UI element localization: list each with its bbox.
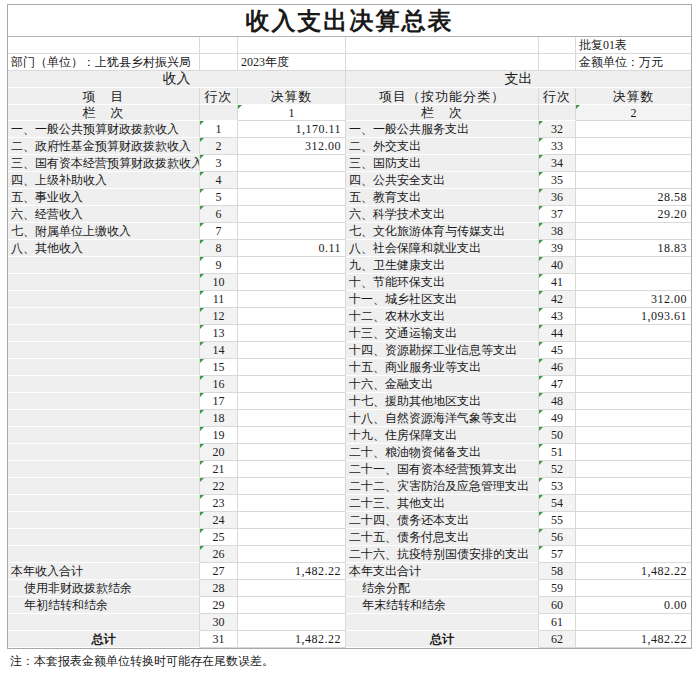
income-item-cell [8,478,200,495]
expenditure-item-cell: 十一、城乡社区支出 [346,291,539,308]
income-amount-cell [238,274,346,291]
income-item-column-header: 项 目 [8,88,200,105]
expenditure-column-index-label: 栏 次 [346,105,539,121]
income-amount-cell [238,495,346,512]
expenditure-rowno-cell: 55 [539,512,576,529]
expenditure-item-cell: 六、科学技术支出 [346,206,539,223]
income-amount-cell [238,529,346,546]
expenditure-rowno-cell: 42 [539,291,576,308]
empty-cell [200,37,238,54]
empty-cell [200,54,238,71]
expenditure-rowno-cell: 32 [539,121,576,138]
income-rowno-cell: 10 [200,274,238,291]
income-item-cell [8,308,200,325]
income-amount-cell [238,325,346,342]
income-rowno-cell: 6 [200,206,238,223]
income-rowno-cell: 31 [200,631,238,648]
income-rowno-cell: 30 [200,614,238,631]
expenditure-amount-cell [576,223,691,240]
expenditure-amount-cell [576,512,691,529]
expenditure-amount-cell: 29.20 [576,206,691,223]
income-amount-cell: 1,482.22 [238,631,346,648]
expenditure-rowno-cell: 50 [539,427,576,444]
income-rowno-cell: 4 [200,172,238,189]
empty-cell [200,105,238,121]
income-item-cell [8,274,200,291]
expenditure-rowno-cell: 61 [539,614,576,631]
income-item-cell [8,393,200,410]
expenditure-item-cell: 十六、金融支出 [346,376,539,393]
expenditure-amount-cell: 312.00 [576,291,691,308]
income-column-index: 1 [238,105,346,121]
approval-sheet-label: 批复01表 [576,37,691,54]
income-item-cell [8,529,200,546]
empty-cell [539,37,576,54]
expenditure-item-cell: 年末结转和结余 [346,597,539,614]
expenditure-rowno-cell: 35 [539,172,576,189]
income-rowno-cell: 11 [200,291,238,308]
expenditure-item-cell: 总计 [346,631,539,648]
expenditure-rowno-cell: 41 [539,274,576,291]
income-rowno-cell: 26 [200,546,238,563]
expenditure-rowno-cell: 36 [539,189,576,206]
expenditure-amount-cell [576,274,691,291]
expenditure-amount-column-header: 决算数 [576,88,691,105]
income-item-cell: 一、一般公共预算财政拨款收入 [8,121,200,138]
expenditure-amount-cell [576,580,691,597]
expenditure-amount-cell [576,478,691,495]
expenditure-item-cell: 十、节能环保支出 [346,274,539,291]
expenditure-rowno-cell: 59 [539,580,576,597]
income-item-cell [8,291,200,308]
income-amount-cell [238,546,346,563]
income-rowno-cell: 2 [200,138,238,155]
expenditure-rowno-cell: 43 [539,308,576,325]
empty-cell [8,37,200,54]
expenditure-rowno-cell: 51 [539,444,576,461]
income-section-header: 收入 [8,71,346,88]
expenditure-item-cell: 十二、农林水支出 [346,308,539,325]
expenditure-rowno-cell: 52 [539,461,576,478]
income-rowno-cell: 18 [200,410,238,427]
income-rowno-cell: 12 [200,308,238,325]
fiscal-year-label: 2023年度 [238,54,346,71]
empty-cell [346,37,539,54]
expenditure-item-cell: 二十二、灾害防治及应急管理支出 [346,478,539,495]
expenditure-amount-cell [576,614,691,631]
income-rowno-cell: 7 [200,223,238,240]
expenditure-rowno-cell: 49 [539,410,576,427]
income-amount-cell [238,189,346,206]
expenditure-item-cell: 一、一般公共服务支出 [346,121,539,138]
income-rowno-cell: 3 [200,155,238,172]
expenditure-item-column-header: 项目（按功能分类） [346,88,539,105]
income-rowno-cell: 5 [200,189,238,206]
income-amount-cell [238,308,346,325]
expenditure-amount-cell: 28.58 [576,189,691,206]
empty-cell [238,37,346,54]
income-amount-column-header: 决算数 [238,88,346,105]
expenditure-amount-cell [576,155,691,172]
income-amount-cell [238,376,346,393]
expenditure-item-cell: 三、国防支出 [346,155,539,172]
expenditure-section-header: 支出 [346,71,691,88]
income-rowno-cell: 21 [200,461,238,478]
expenditure-rowno-cell: 46 [539,359,576,376]
expenditure-rowno-cell: 48 [539,393,576,410]
expenditure-rowno-cell: 54 [539,495,576,512]
income-item-cell: 四、上级补助收入 [8,172,200,189]
income-amount-cell [238,444,346,461]
income-item-cell [8,512,200,529]
income-amount-cell [238,359,346,376]
income-item-cell [8,257,200,274]
expenditure-rowno-cell: 34 [539,155,576,172]
income-item-cell [8,427,200,444]
income-rowno-cell: 17 [200,393,238,410]
income-amount-cell [238,291,346,308]
income-rowno-cell: 15 [200,359,238,376]
final-accounts-table: 收入支出决算总表 批复01表 部门（单位）：上犹县乡村振兴局 2023年度 金额… [7,4,692,649]
income-item-cell: 二、政府性基金预算财政拨款收入 [8,138,200,155]
income-amount-cell: 1,170.11 [238,121,346,138]
department-label: 部门（单位）：上犹县乡村振兴局 [8,54,200,71]
expenditure-item-cell: 二十五、债务付息支出 [346,529,539,546]
income-item-cell [8,342,200,359]
expenditure-amount-cell [576,172,691,189]
